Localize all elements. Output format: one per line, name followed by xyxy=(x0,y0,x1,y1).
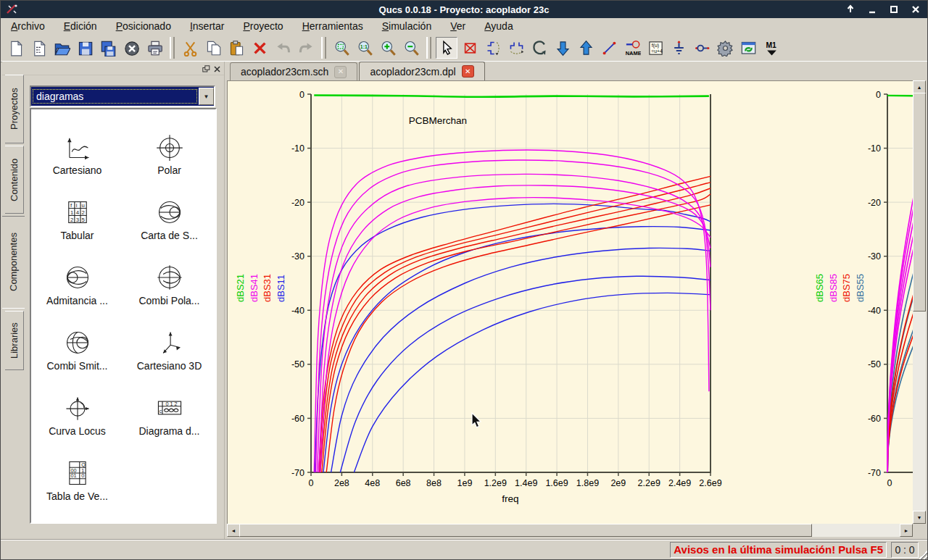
component-item-combi-smith[interactable]: Combi Smit... xyxy=(31,312,123,377)
scroll-up-icon[interactable]: ▲ xyxy=(913,80,926,93)
component-item-label: Cartesiano xyxy=(53,164,102,176)
open-document-button[interactable] xyxy=(51,37,72,59)
menu-item-archivo[interactable]: Archivo xyxy=(11,20,45,32)
shade-button[interactable] xyxy=(845,4,856,15)
mirror-about-y-button[interactable] xyxy=(505,37,527,59)
close-button[interactable] xyxy=(910,4,921,15)
component-item-curve-locus[interactable]: Curva Locus xyxy=(31,377,123,443)
menu-item-herramientas[interactable]: Herramientas xyxy=(302,20,363,32)
cut-button[interactable] xyxy=(179,37,201,59)
scrollbar-corner xyxy=(913,524,926,537)
series-dBS11-1 xyxy=(315,204,710,472)
menu-item-proyecto[interactable]: Proyecto xyxy=(243,20,283,32)
component-item-label: Polar xyxy=(157,164,181,176)
component-item-polar[interactable]: Polar xyxy=(123,117,215,182)
component-item-tabular[interactable]: fiu142235Tabular xyxy=(31,182,123,247)
document-tab-acoplador23cm.dpl[interactable]: acoplador23cm.dpl✕ xyxy=(359,62,484,80)
menu-item-insertar[interactable]: Insertar xyxy=(190,20,224,32)
menu-item-simulación[interactable]: Simulación xyxy=(382,20,431,32)
document-tabbar: acoplador23cm.sch✕acoplador23cm.dpl✕ xyxy=(225,62,928,80)
new-text-document-button[interactable] xyxy=(28,37,49,59)
sidebar-tab-componentes[interactable]: Componentes xyxy=(2,216,25,309)
sidebar-tab-proyectos[interactable]: Proyectos xyxy=(5,75,24,143)
component-item-admittance-smith[interactable]: Admitancia ... xyxy=(31,247,123,312)
new-document-button[interactable] xyxy=(4,37,26,59)
document-tab-acoplador23cm.sch[interactable]: acoplador23cm.sch✕ xyxy=(230,62,357,80)
mirror-about-x-button[interactable] xyxy=(482,37,504,59)
menu-item-posicionado[interactable]: Posicionado xyxy=(116,20,171,32)
deactivate-component-button[interactable] xyxy=(459,37,481,59)
category-combobox[interactable]: diagramas ▼ xyxy=(30,85,215,107)
component-item-cartesian-3d[interactable]: Cartesiano 3D xyxy=(123,312,215,377)
simulate-button[interactable] xyxy=(714,37,736,59)
resize-grip[interactable] xyxy=(918,551,927,560)
rotate-button[interactable] xyxy=(529,37,550,59)
svg-text:=u+4: =u+4 xyxy=(651,48,663,53)
component-item-smith-chart[interactable]: Carta de S... xyxy=(123,182,215,247)
scroll-right-icon[interactable]: ► xyxy=(900,524,913,537)
svg-text:2.6e9: 2.6e9 xyxy=(699,478,721,488)
series-dBS41-3 xyxy=(317,174,710,472)
main-area: ProyectosContenidoComponentesLibraries d… xyxy=(1,62,927,540)
series-dBS31-4 xyxy=(322,194,710,472)
component-item-truth-table[interactable]: Q001010Tabla de Ve... xyxy=(31,443,123,508)
window-title: Qucs 0.0.18 - Proyecto: acoplador 23c xyxy=(1,4,927,15)
horizontal-scroll-thumb[interactable] xyxy=(239,524,812,537)
insert-port-icon xyxy=(694,40,710,57)
component-item-combi-polar[interactable]: Combi Pola... xyxy=(123,247,215,312)
insert-port-button[interactable] xyxy=(691,37,713,59)
scroll-left-icon[interactable]: ◄ xyxy=(227,524,240,537)
svg-text:4e8: 4e8 xyxy=(365,478,380,488)
minimize-button[interactable] xyxy=(866,4,878,15)
svg-text:2e8: 2e8 xyxy=(334,478,349,488)
delete-button[interactable] xyxy=(249,37,270,59)
zoom-1-1-button[interactable]: 1:1 xyxy=(354,37,376,59)
select-button[interactable] xyxy=(436,37,457,59)
mouse-cursor xyxy=(472,413,481,427)
chevron-down-icon[interactable]: ▼ xyxy=(199,88,214,105)
toolbar-separator xyxy=(426,37,431,59)
sidebar-tab-contenido[interactable]: Contenido xyxy=(5,146,24,214)
horizontal-scrollbar[interactable]: ◄ ► xyxy=(227,524,913,537)
svg-text:-40: -40 xyxy=(868,306,881,316)
save-document-button[interactable] xyxy=(74,37,96,59)
component-item-cartesian[interactable]: Cartesiano xyxy=(31,117,123,182)
zoom-in-button[interactable] xyxy=(377,37,399,59)
insert-wire-label-button[interactable]: NAME xyxy=(621,37,643,59)
pop-out-of-hierarchy-button[interactable] xyxy=(575,37,597,59)
dock-float-icon[interactable] xyxy=(201,64,211,74)
insert-ground-button[interactable] xyxy=(668,37,689,59)
tab-close-icon[interactable]: ✕ xyxy=(334,66,347,78)
push-into-hierarchy-button[interactable] xyxy=(552,37,573,59)
svg-text:8e8: 8e8 xyxy=(426,478,442,488)
cut-icon xyxy=(182,40,199,57)
diagram-canvas: 02e84e86e88e81e91.2e91.4e91.6e91.8e92e92… xyxy=(228,81,914,525)
close-document-button[interactable] xyxy=(120,37,142,59)
insert-equation-button[interactable]: f(u)=u+4 xyxy=(645,37,666,59)
view-data-display-button[interactable] xyxy=(737,37,759,59)
menu-item-ayuda[interactable]: Ayuda xyxy=(484,20,513,32)
paste-button[interactable] xyxy=(225,37,247,59)
zoom-area-icon xyxy=(334,40,350,57)
maximize-button[interactable] xyxy=(888,4,900,15)
component-item-timing-diagram[interactable]: 0 1 2cDiagrama d... xyxy=(123,377,215,443)
save-all-documents-button[interactable] xyxy=(97,37,119,59)
print-document-button[interactable] xyxy=(144,37,165,59)
insert-marker-button[interactable]: M1 xyxy=(761,37,782,59)
pop-out-of-hierarchy-icon xyxy=(578,40,594,57)
vertical-scrollbar[interactable]: ▲ ▼ xyxy=(913,80,926,524)
sidebar-tab-libraries[interactable]: Libraries xyxy=(5,311,24,370)
zoom-out-button[interactable] xyxy=(400,37,422,59)
insert-wire-button[interactable] xyxy=(598,37,620,59)
tab-close-icon[interactable]: ✕ xyxy=(462,65,474,78)
scroll-down-icon[interactable]: ▼ xyxy=(913,511,926,524)
redo-button[interactable] xyxy=(295,37,317,59)
menu-item-edición[interactable]: Edición xyxy=(64,20,97,32)
copy-button[interactable] xyxy=(202,37,224,59)
zoom-area-button[interactable] xyxy=(331,37,352,59)
vertical-scroll-thumb[interactable] xyxy=(913,93,926,312)
dock-close-icon[interactable] xyxy=(212,64,222,74)
undo-button[interactable] xyxy=(272,37,294,59)
menu-item-ver[interactable]: Ver xyxy=(450,20,465,32)
data-display-viewport[interactable]: 02e84e86e88e81e91.2e91.4e91.6e91.8e92e92… xyxy=(227,80,914,525)
